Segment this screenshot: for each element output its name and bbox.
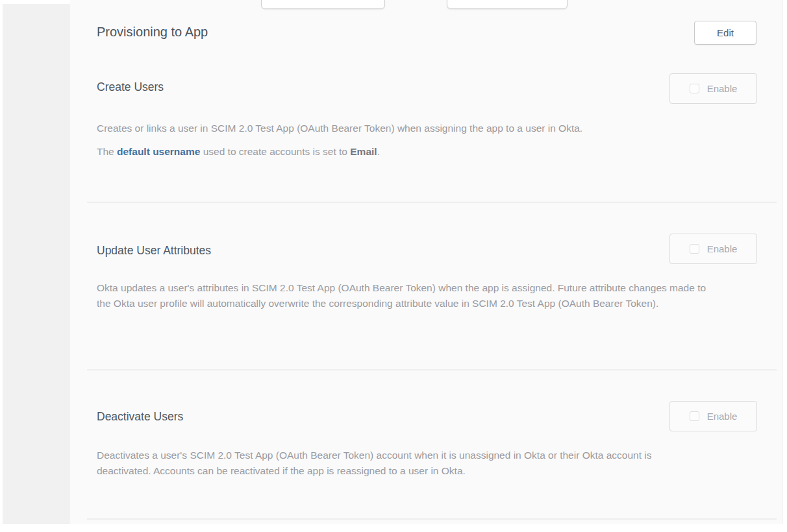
section-title-deactivate-users: Deactivate Users bbox=[97, 410, 183, 424]
section-title-create-users: Create Users bbox=[97, 80, 164, 94]
update-user-attributes-description: Okta updates a user's attributes in SCIM… bbox=[97, 280, 707, 311]
enable-label: Enable bbox=[707, 83, 738, 94]
deactivate-users-enable-checkbox[interactable] bbox=[690, 411, 699, 421]
update-user-attributes-enable-toggle[interactable]: Enable bbox=[669, 234, 757, 264]
note-middle: used to create accounts is set to bbox=[200, 146, 350, 157]
deactivate-users-enable-toggle[interactable]: Enable bbox=[669, 401, 757, 431]
section-divider bbox=[87, 369, 777, 370]
create-users-username-note: The default username used to create acco… bbox=[97, 144, 707, 160]
create-users-enable-toggle[interactable]: Enable bbox=[669, 73, 757, 104]
left-sidebar bbox=[3, 4, 69, 524]
update-user-attributes-enable-checkbox[interactable] bbox=[690, 244, 699, 254]
provisioning-page: Provisioning to App Edit Create Users En… bbox=[0, 0, 787, 532]
section-divider bbox=[87, 202, 777, 203]
page-title: Provisioning to App bbox=[97, 25, 208, 40]
section-title-update-user-attributes: Update User Attributes bbox=[97, 244, 211, 258]
note-prefix: The bbox=[97, 146, 117, 157]
provisioning-to-app-panel: Provisioning to App Edit Create Users En… bbox=[70, 0, 782, 524]
cropped-form-field-left[interactable] bbox=[261, 0, 385, 9]
default-username-link[interactable]: default username bbox=[117, 146, 200, 157]
deactivate-users-description: Deactivates a user's SCIM 2.0 Test App (… bbox=[97, 448, 707, 479]
enable-label: Enable bbox=[707, 243, 738, 254]
section-divider bbox=[87, 518, 777, 520]
cropped-form-field-right[interactable] bbox=[447, 0, 568, 9]
enable-label: Enable bbox=[707, 411, 738, 422]
create-users-enable-checkbox[interactable] bbox=[690, 84, 699, 93]
note-username-value: Email bbox=[350, 146, 377, 157]
note-suffix: . bbox=[377, 146, 380, 157]
create-users-description: Creates or links a user in SCIM 2.0 Test… bbox=[97, 121, 707, 136]
edit-button[interactable]: Edit bbox=[694, 21, 756, 45]
